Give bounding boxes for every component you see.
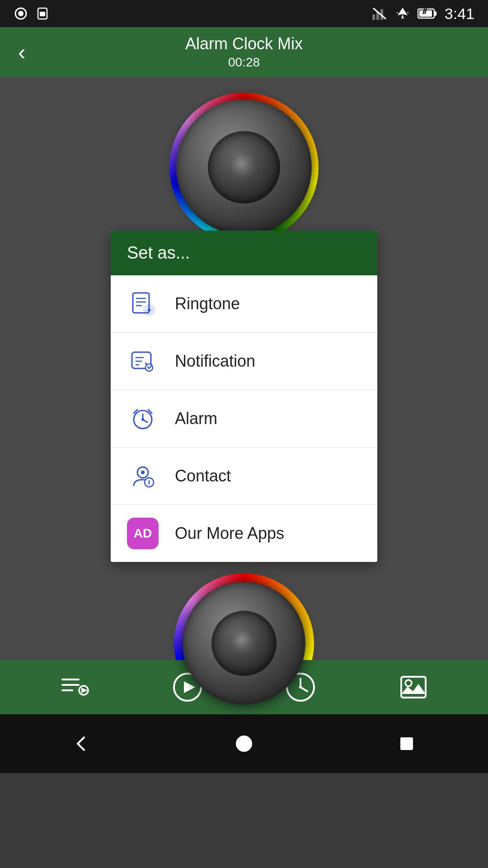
notification-icon bbox=[127, 345, 159, 377]
speaker-center-bottom bbox=[232, 631, 256, 656]
back-button[interactable]: ‹ bbox=[18, 39, 26, 65]
header-title: Alarm Clock Mix bbox=[185, 34, 303, 53]
svg-point-30 bbox=[141, 471, 145, 474]
header-text: Alarm Clock Mix 00:28 bbox=[185, 34, 303, 70]
notification-label: Notification bbox=[175, 352, 255, 371]
svg-point-28 bbox=[141, 418, 144, 421]
wallpaper-icon bbox=[398, 671, 429, 703]
status-time: 3:41 bbox=[445, 5, 474, 23]
battery-icon bbox=[418, 7, 437, 20]
nav-recent-icon bbox=[397, 734, 417, 754]
nav-home-icon bbox=[234, 734, 254, 754]
playlist-icon bbox=[59, 671, 90, 703]
svg-point-45 bbox=[236, 736, 252, 752]
menu-item-more-apps[interactable]: AD Our More Apps bbox=[111, 505, 377, 562]
nav-back-icon bbox=[71, 734, 91, 754]
ad-badge-icon: AD bbox=[127, 518, 159, 549]
speaker-center-top bbox=[230, 154, 258, 181]
status-bar: 3:41 bbox=[0, 0, 488, 27]
no-signal-icon bbox=[371, 6, 388, 21]
set-as-title: Set as... bbox=[127, 243, 190, 262]
menu-item-notification[interactable]: Notification bbox=[111, 333, 377, 390]
alarm-label: Alarm bbox=[175, 409, 217, 428]
sim-icon bbox=[35, 6, 50, 21]
record-icon bbox=[14, 6, 28, 21]
alarm-icon bbox=[127, 403, 159, 434]
speaker-circle-top bbox=[176, 99, 312, 235]
speaker-circle-bottom bbox=[183, 582, 305, 704]
speaker-top bbox=[167, 90, 321, 244]
status-left-icons bbox=[14, 6, 50, 21]
wallpaper-button[interactable] bbox=[398, 671, 429, 703]
svg-point-44 bbox=[405, 680, 412, 686]
nav-home-button[interactable] bbox=[234, 734, 254, 754]
ringtone-icon bbox=[127, 288, 159, 320]
contact-label: Contact bbox=[175, 467, 231, 486]
svg-rect-46 bbox=[400, 737, 413, 750]
more-apps-label: Our More Apps bbox=[175, 524, 284, 543]
app-header: ‹ Alarm Clock Mix 00:28 bbox=[0, 27, 488, 77]
airplane-icon bbox=[395, 6, 410, 21]
svg-point-1 bbox=[18, 11, 23, 16]
status-right-icons: 3:41 bbox=[371, 5, 474, 23]
menu-item-contact[interactable]: Contact bbox=[111, 448, 377, 505]
menu-item-alarm[interactable]: Alarm bbox=[111, 390, 377, 448]
playlist-button[interactable] bbox=[59, 671, 90, 703]
svg-rect-4 bbox=[372, 14, 375, 20]
menu-item-ringtone[interactable]: Ringtone bbox=[111, 275, 377, 333]
header-subtitle: 00:28 bbox=[185, 55, 303, 70]
nav-back-button[interactable] bbox=[71, 734, 91, 754]
svg-rect-3 bbox=[40, 12, 45, 16]
svg-rect-9 bbox=[434, 11, 436, 16]
ringtone-label: Ringtone bbox=[175, 294, 240, 313]
nav-recent-button[interactable] bbox=[397, 734, 417, 754]
set-as-dialog: Set as... Ringtone bbox=[111, 231, 377, 562]
speaker-inner-bottom bbox=[211, 611, 277, 676]
svg-rect-43 bbox=[401, 677, 426, 698]
svg-line-7 bbox=[373, 8, 386, 19]
main-content: Set as... Ringtone bbox=[0, 77, 488, 773]
nav-bar bbox=[0, 714, 488, 773]
speaker-inner-top bbox=[208, 131, 280, 203]
set-as-header: Set as... bbox=[111, 231, 377, 275]
contact-icon bbox=[127, 460, 159, 492]
svg-point-42 bbox=[299, 686, 302, 689]
